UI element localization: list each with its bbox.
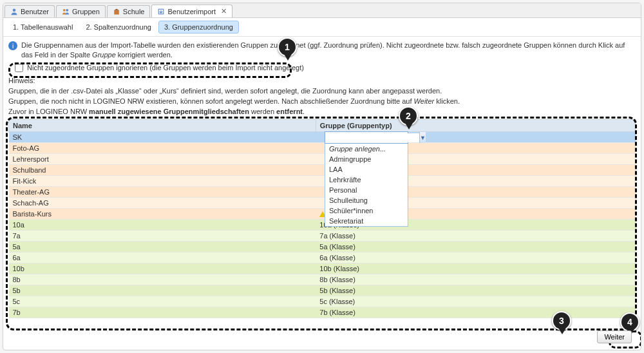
svg-rect-3: [114, 11, 119, 15]
table-row[interactable]: Schach-AG: [9, 198, 636, 209]
cell-name: 10a: [9, 220, 316, 231]
table-row[interactable]: Barista-Kurs: [9, 209, 636, 220]
table-row[interactable]: 10a10a (Klasse): [9, 220, 636, 231]
next-button[interactable]: Weiter: [597, 330, 632, 343]
tab-label: Benutzer: [21, 8, 49, 15]
cell-group[interactable]: 5b (Klasse): [316, 285, 635, 296]
hints: Hinweis: Gruppen, die in der .csv-Datei …: [3, 76, 641, 120]
table-row[interactable]: 5b5b (Klasse): [9, 285, 636, 296]
cell-group[interactable]: 7b (Klasse): [316, 307, 635, 318]
cell-name: 10b: [9, 263, 316, 274]
combo-option[interactable]: Lehrkräfte: [325, 175, 408, 185]
combo-option[interactable]: Gruppe anlegen...: [325, 144, 408, 154]
step-tabellenauswahl[interactable]: 1. Tabellenauswahl: [7, 21, 79, 33]
cell-group[interactable]: 5c (Klasse): [316, 296, 635, 307]
ignore-unmapped-groups[interactable]: Nicht zugeordnete Gruppen ignorieren (di…: [15, 64, 636, 72]
table-row[interactable]: 7a7a (Klasse): [9, 231, 636, 242]
combo-option[interactable]: LAA: [325, 164, 408, 175]
cell-name: 5c: [9, 296, 316, 307]
table-row[interactable]: 5a5a (Klasse): [9, 242, 636, 253]
table-row[interactable]: 8b8b (Klasse): [9, 274, 636, 285]
cell-name: Schach-AG: [9, 198, 316, 209]
cell-group[interactable]: 10b (Klasse): [316, 263, 635, 274]
step-tabs: 1. Tabellenauswahl 2. Spaltenzuordnung 3…: [3, 18, 641, 37]
cell-name: SK: [9, 132, 316, 143]
svg-point-0: [13, 9, 16, 12]
group-combo-input[interactable]: [325, 133, 419, 142]
info-icon: i: [8, 41, 17, 50]
group-icon: [62, 8, 70, 15]
tab-label: Gruppen: [72, 8, 100, 15]
combo-option[interactable]: Admingruppe: [325, 154, 408, 164]
table-row[interactable]: SK: [9, 132, 636, 143]
tab-gruppen[interactable]: Gruppen: [56, 5, 106, 17]
step-gruppenzuordnung[interactable]: 3. Gruppenzuordnung: [158, 21, 239, 33]
close-icon[interactable]: ✕: [221, 7, 227, 15]
tab-benutzerimport[interactable]: Benutzerimport ✕: [151, 5, 232, 17]
cell-name: Theater-AG: [9, 187, 316, 198]
cell-name: 7a: [9, 231, 316, 242]
cell-name: Lehrersport: [9, 154, 316, 165]
cell-group[interactable]: 5a (Klasse): [316, 242, 635, 253]
table-row[interactable]: Lehrersport: [9, 154, 636, 165]
cell-name: Fit-Kick: [9, 176, 316, 187]
svg-point-1: [63, 9, 66, 12]
info-text: Die Gruppennamen aus der Import-Tabelle …: [21, 41, 636, 60]
table-row[interactable]: 6a6a (Klasse): [9, 253, 636, 263]
combo-option[interactable]: Schüler*innen: [325, 205, 408, 216]
cell-name: Barista-Kurs: [9, 209, 316, 220]
combo-option[interactable]: Schulleitung: [325, 195, 408, 205]
user-icon: [10, 8, 18, 15]
cell-name: Schulband: [9, 165, 316, 176]
svg-point-2: [66, 9, 68, 12]
cell-group[interactable]: 6a (Klasse): [316, 253, 635, 263]
tab-schule[interactable]: Schule: [107, 5, 151, 17]
school-icon: [113, 8, 120, 15]
chevron-down-icon[interactable]: ▼: [419, 132, 426, 143]
table-row[interactable]: Schulband: [9, 165, 636, 176]
combo-option[interactable]: Personal: [325, 185, 408, 195]
tab-label: Schule: [123, 8, 145, 15]
cell-name: 7b: [9, 307, 316, 318]
module-tabs: Benutzer Gruppen Schule Benutzerimport ✕: [3, 3, 641, 18]
ignore-unmapped-groups-checkbox[interactable]: [15, 64, 23, 72]
combo-option[interactable]: Sekretariat: [325, 216, 408, 226]
table-row[interactable]: Foto-AG: [9, 143, 636, 154]
cell-name: Foto-AG: [9, 143, 316, 154]
table-row[interactable]: 10b10b (Klasse): [9, 263, 636, 274]
table-row[interactable]: Theater-AG: [9, 187, 636, 198]
cell-group[interactable]: 7a (Klasse): [316, 231, 635, 242]
group-combo[interactable]: ▼ Gruppe anlegen...AdmingruppeLAALehrkrä…: [325, 131, 408, 227]
tab-benutzer[interactable]: Benutzer: [5, 5, 55, 17]
cell-name: 5b: [9, 285, 316, 296]
svg-marker-4: [113, 9, 119, 11]
tab-label: Benutzerimport: [167, 8, 216, 15]
table-row[interactable]: Fit-Kick: [9, 176, 636, 187]
col-group-header[interactable]: Gruppe (Gruppentyp): [316, 120, 635, 132]
table-row[interactable]: 7b7b (Klasse): [9, 307, 636, 318]
table-row[interactable]: 5c5c (Klasse): [9, 296, 636, 307]
step-spaltenzuordnung[interactable]: 2. Spaltenzuordnung: [80, 21, 157, 33]
cell-name: 6a: [9, 253, 316, 263]
import-icon: [157, 8, 165, 15]
cell-group[interactable]: 8b (Klasse): [316, 274, 635, 285]
checkbox-label: Nicht zugeordnete Gruppen ignorieren (di…: [27, 64, 304, 72]
cell-name: 5a: [9, 242, 316, 253]
group-combo-list: Gruppe anlegen...AdmingruppeLAALehrkräft…: [325, 144, 408, 227]
cell-name: 8b: [9, 274, 316, 285]
col-name-header[interactable]: Name: [9, 120, 316, 132]
group-mapping-table: Name Gruppe (Gruppentyp) SKFoto-AGLehrer…: [8, 119, 636, 318]
